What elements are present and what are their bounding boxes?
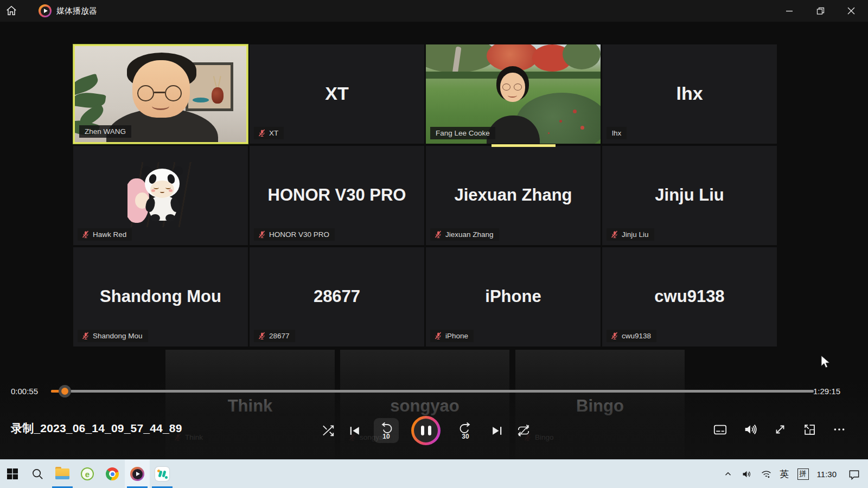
participant-name-label: XT: [254, 127, 284, 139]
participant-name: XT: [269, 129, 278, 137]
skip-forward-amount: 30: [453, 433, 478, 440]
tile-jiexuan-zhang: Jiexuan Zhang Jiexuan Zhang: [426, 146, 601, 245]
tray-show-hidden-icons[interactable]: [723, 469, 733, 479]
tray-network[interactable]: [761, 468, 772, 480]
tile-zhen-wang: Zhen WANG: [73, 44, 248, 144]
participant-name: Hawk Red: [93, 230, 126, 239]
teal-app-icon: [155, 467, 169, 481]
windows-taskbar: e: [0, 459, 868, 488]
video-content[interactable]: Zhen WANG XT XT: [0, 22, 868, 459]
volume-button[interactable]: [743, 422, 758, 437]
search-icon: [31, 468, 44, 480]
participant-big-name: 28677: [250, 286, 424, 306]
mini-player-button[interactable]: [802, 422, 817, 437]
subtitles-button[interactable]: [713, 422, 727, 437]
home-button[interactable]: [0, 0, 23, 22]
muted-mic-icon: [611, 230, 618, 239]
participant-big-name: Jiexuan Zhang: [426, 185, 601, 204]
tile-cwu9138: cwu9138 cwu9138: [602, 247, 777, 346]
participant-name: Jinju Liu: [622, 230, 649, 239]
media-player-taskbar-icon: [130, 467, 144, 481]
taskbar-chrome[interactable]: [100, 460, 125, 488]
muted-mic-icon: [611, 332, 618, 340]
app-title: 媒体播放器: [56, 6, 97, 16]
taskbar-search-button[interactable]: [25, 460, 50, 488]
tile-28677: 28677 28677: [250, 247, 424, 346]
participant-big-name: Shandong Mou: [73, 286, 248, 306]
tile-hawk-red: Hawk Red: [73, 146, 248, 245]
participant-name: Fang Lee Cooke: [436, 129, 490, 137]
close-button[interactable]: [839, 0, 864, 22]
home-icon: [5, 5, 17, 17]
active-audio-indicator: [492, 144, 556, 147]
chrome-icon: [106, 467, 119, 480]
file-explorer-icon: [55, 468, 69, 479]
shuffle-button[interactable]: [321, 423, 335, 438]
taskbar-clock[interactable]: 11:30: [817, 470, 837, 479]
participant-name-label: cwu9138: [607, 330, 656, 342]
muted-mic-icon: [258, 230, 266, 239]
participant-big-name: cwu9138: [602, 286, 777, 306]
participant-big-name: iPhone: [426, 286, 601, 306]
tile-xt: XT XT: [250, 44, 424, 144]
pause-button[interactable]: [411, 416, 441, 445]
titlebar: 媒体播放器: [0, 0, 868, 22]
shuffle-icon: [321, 423, 335, 438]
participant-name-label: Jiexuan Zhang: [430, 228, 499, 241]
tile-shandong-mou: Shandong Mou Shandong Mou: [73, 247, 248, 346]
muted-mic-icon: [435, 332, 442, 340]
total-duration: 1:29:15: [813, 387, 840, 396]
more-icon: [832, 422, 846, 436]
taskbar-media-player[interactable]: [125, 460, 150, 488]
media-player-logo-icon: [39, 4, 52, 17]
taskbar-file-explorer[interactable]: [50, 460, 75, 488]
elapsed-time: 0:00:55: [11, 387, 38, 396]
participant-name: cwu9138: [622, 332, 651, 340]
skip-forward-30-button[interactable]: 30: [453, 418, 478, 443]
participant-name-label: iPhone: [430, 330, 474, 342]
minimize-icon: [786, 7, 793, 15]
next-button[interactable]: [490, 424, 504, 438]
participant-name-label: 28677: [254, 330, 295, 342]
pause-icon: [414, 419, 438, 442]
skip-back-10-button[interactable]: 10: [374, 418, 399, 443]
participant-big-name: Jinju Liu: [602, 185, 777, 204]
progress-bar-track[interactable]: [51, 390, 814, 393]
subtitles-icon: [713, 422, 727, 437]
participant-big-name: Bingo: [515, 396, 685, 416]
skip-back-amount: 10: [374, 433, 399, 440]
tray-volume-icon: [741, 468, 752, 480]
repeat-off-icon: [516, 423, 531, 438]
fullscreen-button[interactable]: [773, 422, 787, 436]
previous-button[interactable]: [348, 424, 361, 438]
tray-volume[interactable]: [741, 468, 752, 480]
participant-name-label: lhx: [607, 127, 627, 139]
participant-name: iPhone: [445, 332, 468, 340]
ime-mode-indicator[interactable]: 拼: [797, 468, 809, 480]
participant-name: 28677: [269, 332, 290, 340]
participant-big-name: songyao: [340, 396, 509, 416]
muted-mic-icon: [435, 230, 442, 239]
more-options-button[interactable]: [832, 422, 846, 436]
taskbar-browser-e[interactable]: e: [75, 460, 100, 488]
participant-name-label: Fang Lee Cooke: [430, 127, 495, 139]
muted-mic-icon: [82, 230, 90, 239]
tray-chevron-icon: [723, 469, 733, 479]
progress-thumb[interactable]: [59, 385, 71, 397]
tile-jinju-liu: Jinju Liu Jinju Liu: [602, 146, 777, 245]
participant-big-name: XT: [250, 82, 424, 104]
taskbar-teal-app[interactable]: [150, 460, 175, 488]
participant-name-label: Hawk Red: [78, 228, 132, 241]
start-button[interactable]: [0, 460, 25, 488]
participant-name-label: Shandong Mou: [78, 330, 148, 342]
start-icon: [7, 468, 18, 480]
restore-button[interactable]: [808, 0, 833, 22]
browser-e-icon: e: [81, 467, 94, 480]
participant-name: Zhen WANG: [85, 127, 126, 136]
repeat-off-button[interactable]: [516, 423, 531, 438]
previous-icon: [348, 424, 361, 438]
notification-center[interactable]: [848, 468, 860, 480]
minimize-button[interactable]: [777, 0, 802, 22]
ime-language-indicator[interactable]: 英: [780, 468, 789, 480]
hawk-red-avatar: [127, 162, 193, 227]
